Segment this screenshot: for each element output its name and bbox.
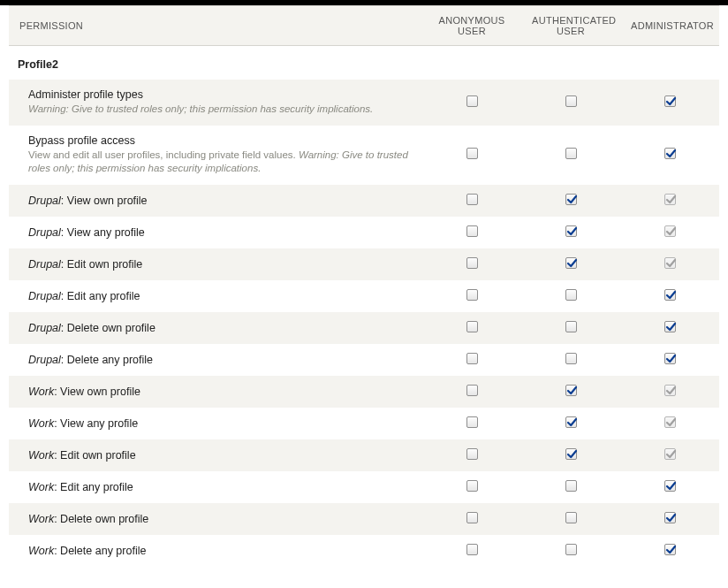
permission-checkbox[interactable] bbox=[466, 194, 478, 205]
section-row: Profile2 bbox=[9, 46, 719, 80]
checkbox-cell bbox=[521, 185, 620, 217]
permission-checkbox[interactable] bbox=[466, 448, 478, 460]
table-row: Drupal: View own profile bbox=[9, 185, 719, 217]
permission-checkbox[interactable] bbox=[466, 544, 478, 555]
permission-checkbox[interactable] bbox=[565, 194, 577, 205]
permission-checkbox[interactable] bbox=[466, 353, 478, 364]
checkbox-cell bbox=[620, 535, 719, 567]
permission-checkbox[interactable] bbox=[565, 257, 577, 269]
checkbox-cell bbox=[620, 126, 719, 185]
table-row: Drupal: Delete any profile bbox=[9, 344, 719, 376]
checkbox-cell bbox=[521, 439, 620, 471]
table-row: Work: Delete any profile bbox=[9, 535, 719, 567]
permission-checkbox[interactable] bbox=[466, 321, 478, 332]
permission-checkbox[interactable] bbox=[565, 321, 577, 332]
permission-cell: Work: View any profile bbox=[9, 408, 422, 439]
permission-checkbox[interactable] bbox=[664, 353, 676, 364]
checkbox-cell bbox=[422, 80, 521, 126]
checkbox-cell bbox=[521, 126, 620, 185]
permission-checkbox[interactable] bbox=[565, 480, 577, 492]
checkbox-cell bbox=[422, 408, 521, 439]
permission-checkbox[interactable] bbox=[466, 512, 478, 523]
checkbox-cell bbox=[422, 439, 521, 471]
checkbox-cell bbox=[521, 471, 620, 503]
table-row: Drupal: View any profile bbox=[9, 217, 719, 248]
checkbox-cell bbox=[422, 535, 521, 567]
permission-checkbox[interactable] bbox=[565, 448, 577, 460]
permission-checkbox[interactable] bbox=[466, 95, 478, 107]
permission-checkbox[interactable] bbox=[565, 512, 577, 523]
table-row: Drupal: Edit any profile bbox=[9, 280, 719, 312]
permission-checkbox[interactable] bbox=[466, 289, 478, 301]
checkbox-cell bbox=[521, 376, 620, 408]
permission-checkbox[interactable] bbox=[565, 148, 577, 159]
permission-cell: Work: Edit any profile bbox=[9, 471, 422, 503]
permission-label: Drupal: View own profile bbox=[28, 195, 412, 207]
table-row: Work: View any profile bbox=[9, 408, 719, 439]
permission-checkbox bbox=[664, 448, 676, 460]
permission-checkbox[interactable] bbox=[664, 480, 676, 492]
table-row: Work: View own profile bbox=[9, 376, 719, 408]
permission-checkbox[interactable] bbox=[466, 480, 478, 492]
permission-checkbox[interactable] bbox=[565, 385, 577, 396]
table-row: Administer profile typesWarning: Give to… bbox=[9, 80, 719, 126]
permission-checkbox[interactable] bbox=[565, 225, 577, 237]
permission-cell: Drupal: Edit any profile bbox=[9, 280, 422, 312]
permission-checkbox[interactable] bbox=[565, 544, 577, 555]
permission-label: Drupal: Delete own profile bbox=[28, 322, 412, 334]
checkbox-cell bbox=[620, 376, 719, 408]
col-authenticated-user: AUTHENTICATED USER bbox=[521, 6, 620, 46]
permissions-wrapper: PERMISSION ANONYMOUS USER AUTHENTICATED … bbox=[0, 5, 728, 567]
permission-cell: Bypass profile accessView and edit all u… bbox=[9, 126, 422, 185]
checkbox-cell bbox=[422, 471, 521, 503]
permission-checkbox[interactable] bbox=[466, 257, 478, 269]
permission-checkbox[interactable] bbox=[565, 289, 577, 301]
checkbox-cell bbox=[422, 280, 521, 312]
permission-checkbox[interactable] bbox=[664, 544, 676, 555]
permission-cell: Drupal: Edit own profile bbox=[9, 248, 422, 280]
table-row: Drupal: Delete own profile bbox=[9, 312, 719, 344]
permission-checkbox[interactable] bbox=[664, 289, 676, 301]
table-row: Bypass profile accessView and edit all u… bbox=[9, 126, 719, 185]
checkbox-cell bbox=[521, 248, 620, 280]
checkbox-cell bbox=[422, 503, 521, 535]
permission-checkbox[interactable] bbox=[664, 512, 676, 523]
checkbox-cell bbox=[521, 80, 620, 126]
checkbox-cell bbox=[521, 503, 620, 535]
checkbox-cell bbox=[620, 217, 719, 248]
permission-checkbox bbox=[664, 257, 676, 269]
permission-checkbox[interactable] bbox=[664, 321, 676, 332]
permission-checkbox[interactable] bbox=[466, 225, 478, 237]
permission-checkbox[interactable] bbox=[664, 95, 676, 107]
table-row: Work: Edit own profile bbox=[9, 439, 719, 471]
permission-checkbox[interactable] bbox=[565, 416, 577, 428]
permission-checkbox[interactable] bbox=[466, 148, 478, 159]
permission-checkbox bbox=[664, 385, 676, 396]
permission-cell: Work: View own profile bbox=[9, 376, 422, 408]
permission-label: Drupal: Edit any profile bbox=[28, 290, 412, 302]
col-anonymous-user: ANONYMOUS USER bbox=[422, 6, 521, 46]
checkbox-cell bbox=[422, 126, 521, 185]
permission-label: Work: Edit any profile bbox=[28, 481, 412, 493]
permission-checkbox[interactable] bbox=[664, 148, 676, 159]
table-row: Work: Delete own profile bbox=[9, 503, 719, 535]
permission-description: View and edit all user profiles, includi… bbox=[28, 149, 412, 176]
checkbox-cell bbox=[620, 344, 719, 376]
permission-cell: Work: Edit own profile bbox=[9, 439, 422, 471]
checkbox-cell bbox=[521, 535, 620, 567]
permission-checkbox[interactable] bbox=[466, 385, 478, 396]
permission-cell: Work: Delete any profile bbox=[9, 535, 422, 567]
table-header-row: PERMISSION ANONYMOUS USER AUTHENTICATED … bbox=[9, 6, 719, 46]
checkbox-cell bbox=[521, 312, 620, 344]
checkbox-cell bbox=[620, 439, 719, 471]
permission-cell: Drupal: View any profile bbox=[9, 217, 422, 248]
permission-label: Work: Delete any profile bbox=[28, 545, 412, 557]
permission-label: Drupal: Delete any profile bbox=[28, 354, 412, 366]
permission-checkbox[interactable] bbox=[565, 353, 577, 364]
checkbox-cell bbox=[422, 376, 521, 408]
permission-cell: Drupal: View own profile bbox=[9, 185, 422, 217]
permission-checkbox[interactable] bbox=[565, 95, 577, 107]
checkbox-cell bbox=[620, 471, 719, 503]
checkbox-cell bbox=[620, 408, 719, 439]
permission-checkbox[interactable] bbox=[466, 416, 478, 428]
